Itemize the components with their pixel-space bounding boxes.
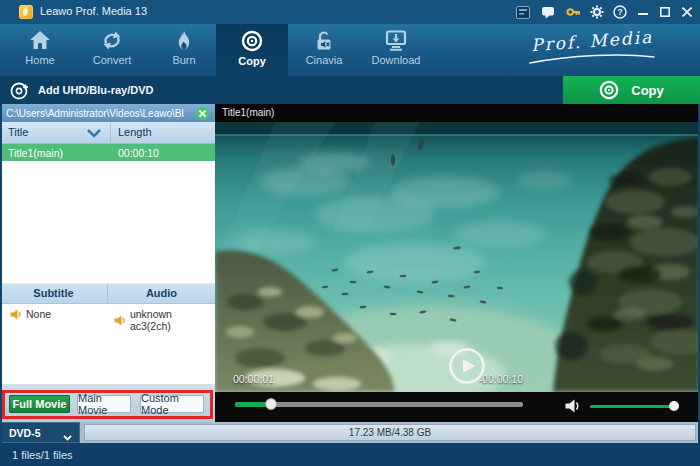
add-disc-icon — [10, 81, 29, 100]
volume-icon[interactable] — [565, 399, 581, 417]
copy-action-label: Copy — [631, 83, 664, 98]
copy-disc-icon — [599, 80, 619, 100]
tab-home-label: Home — [25, 54, 54, 66]
source-panel: C:\Users\Administrator\Videos\Leawo\Blu-… — [0, 104, 215, 422]
sort-chevron-icon[interactable] — [86, 128, 102, 140]
current-time: 00:00:01 — [233, 373, 274, 385]
player-controls — [215, 392, 700, 422]
column-title: Title — [8, 126, 28, 138]
brand-swoosh — [526, 53, 658, 65]
key-icon[interactable] — [565, 4, 581, 20]
source-tab[interactable]: C:\Users\Administrator\Videos\Leawo\Blu-… — [0, 104, 215, 122]
chat-icon[interactable] — [540, 4, 556, 20]
svg-text:?: ? — [617, 7, 622, 17]
column-divider — [110, 124, 111, 142]
tab-download[interactable]: Download — [360, 24, 432, 76]
status-files: 1 files/1 files — [12, 449, 73, 461]
copy-action-button[interactable]: Copy — [563, 76, 700, 104]
volume-bar[interactable] — [590, 405, 675, 408]
tab-copy[interactable]: Copy — [216, 24, 288, 76]
minimize-icon[interactable] — [634, 3, 652, 21]
tracks-header: Subtitle Audio — [0, 283, 215, 304]
seek-handle[interactable] — [265, 398, 277, 410]
volume-handle[interactable] — [669, 401, 679, 411]
play-button[interactable] — [448, 347, 486, 385]
close-icon[interactable] — [678, 3, 696, 21]
speaker-icon — [114, 315, 126, 326]
add-source-label: Add UHD/Blu-ray/DVD — [38, 84, 154, 96]
custom-mode-button[interactable]: Custom Mode — [140, 395, 204, 413]
app-window: Leawo Prof. Media 13 ? Home — [0, 0, 700, 466]
source-path: C:\Users\Administrator\Videos\Leawo\Blu-… — [0, 108, 184, 119]
capacity-indicator: 17.23 MB/4.38 GB — [84, 424, 696, 441]
brand-logo-text: Prof. Media — [530, 27, 653, 55]
tab-home[interactable]: Home — [4, 24, 76, 76]
tracks-row: None unknown ac3(2ch) — [0, 304, 215, 326]
window-border-left — [0, 104, 2, 443]
video-preview[interactable]: 00:00:01 -00:00:10 — [215, 122, 700, 392]
tab-burn[interactable]: Burn — [148, 24, 220, 76]
subtitle-value: None — [26, 308, 51, 320]
column-length: Length — [118, 126, 152, 138]
player-title-bar: Title1(main) — [215, 104, 700, 122]
tab-copy-label: Copy — [238, 55, 266, 67]
maximize-icon[interactable] — [656, 3, 674, 21]
main-nav: Home Convert Burn Copy Cinavia Download … — [0, 24, 700, 76]
disc-type-value: DVD-5 — [9, 427, 41, 439]
tab-cinavia[interactable]: Cinavia — [288, 24, 360, 76]
seek-bar[interactable] — [235, 402, 523, 407]
subtitle-option[interactable]: None — [10, 308, 51, 320]
disc-type-select[interactable]: DVD-5 — [0, 422, 80, 443]
title-row-length: 00:00:10 — [118, 147, 159, 159]
tab-convert-label: Convert — [93, 54, 132, 66]
statusbar: 1 files/1 files — [0, 443, 700, 466]
full-movie-button[interactable]: Full Movie — [9, 395, 70, 413]
audio-tab[interactable]: Audio — [107, 284, 215, 303]
player-title-text: Title1(main) — [222, 107, 274, 118]
add-source-button[interactable]: Add UHD/Blu-ray/DVD — [10, 76, 154, 104]
copy-mode-bar: Full Movie Main Movie Custom Mode — [0, 384, 215, 422]
toolbar: Add UHD/Blu-ray/DVD Copy — [0, 76, 700, 104]
help-icon[interactable]: ? — [612, 4, 628, 20]
titlebar: Leawo Prof. Media 13 ? — [0, 0, 700, 24]
title-row-name: Title1(main) — [8, 147, 63, 159]
window-title: Leawo Prof. Media 13 — [40, 5, 147, 17]
audio-value: unknown ac3(2ch) — [130, 308, 215, 332]
audio-option[interactable]: unknown ac3(2ch) — [114, 308, 215, 332]
speaker-icon — [10, 309, 22, 320]
tab-burn-label: Burn — [172, 54, 195, 66]
main-movie-button[interactable]: Main Movie — [77, 395, 131, 413]
panel-icon[interactable] — [515, 4, 531, 20]
capacity-row: DVD-5 17.23 MB/4.38 GB — [0, 422, 700, 443]
subtitle-tab[interactable]: Subtitle — [0, 284, 107, 303]
tab-cinavia-label: Cinavia — [306, 54, 343, 66]
app-logo-icon — [19, 5, 33, 19]
titles-table-header: Title Length — [0, 122, 215, 144]
tab-download-label: Download — [372, 54, 421, 66]
brand-logo: Prof. Media — [522, 31, 662, 69]
tab-convert[interactable]: Convert — [76, 24, 148, 76]
gear-icon[interactable] — [589, 4, 605, 20]
title-row-selected[interactable]: Title1(main) 00:00:10 — [0, 144, 215, 161]
source-close-icon[interactable] — [196, 107, 209, 120]
chevron-down-icon — [63, 431, 72, 443]
capacity-text: 17.23 MB/4.38 GB — [349, 427, 431, 438]
